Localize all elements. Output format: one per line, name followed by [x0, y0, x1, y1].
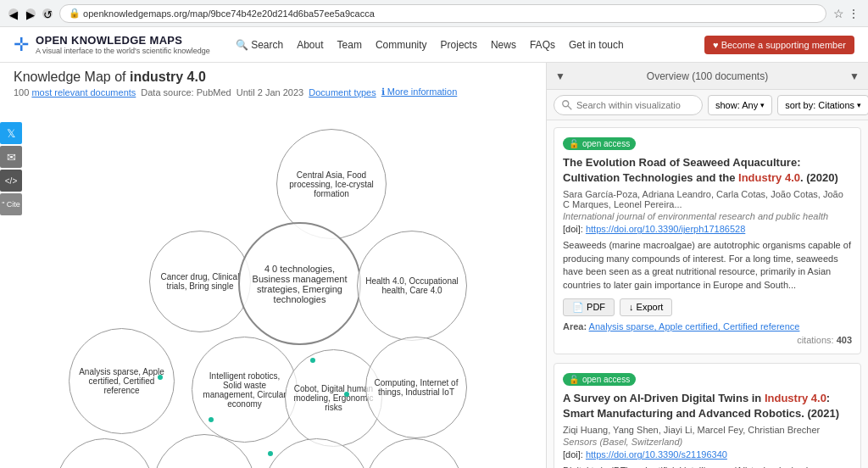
cite-button[interactable]: " Cite	[0, 193, 22, 215]
more-info-link[interactable]: ℹ More information	[381, 86, 458, 98]
nav-about[interactable]: About	[297, 39, 323, 51]
collapse-icon[interactable]: ▼	[555, 70, 565, 82]
nav-faqs[interactable]: FAQs	[530, 39, 555, 51]
open-access-badge: 🔓 open access	[563, 373, 636, 386]
social-sidebar: 𝕏 ✉ </> " Cite	[0, 122, 22, 215]
page-meta: 100 most relevant documents Data source:…	[14, 86, 532, 98]
embed-button[interactable]: </>	[0, 170, 22, 192]
title-highlight: Industry 4.0	[765, 392, 826, 404]
forward-btn[interactable]: ▶	[25, 8, 36, 19]
logo-title: OPEN KNOWLEDGE MAPS	[36, 34, 210, 47]
panel-controls: show: Any ▾ sort by: Citations ▾	[547, 90, 868, 120]
teal-dot	[268, 451, 273, 456]
knowledge-map[interactable]: Central Asia, Food processing, Ice-cryst…	[22, 120, 546, 468]
nav-contact[interactable]: Get in touch	[569, 39, 624, 51]
overview-label: Overview (100 documents)	[647, 70, 768, 82]
export-button[interactable]: ↓ Export	[620, 298, 672, 316]
document-types-link[interactable]: Document types	[309, 87, 376, 98]
teal-dot	[158, 375, 163, 380]
lock-open-icon: 🔓	[569, 139, 579, 148]
doc-authors: Ziqi Huang, Yang Shen, Jiayi Li, Marcel …	[563, 425, 852, 435]
open-access-badge: 🔓 open access	[563, 137, 636, 150]
browser-icons: ☆ ⋮	[833, 7, 860, 20]
sort-dropdown[interactable]: sort by: Citations ▾	[777, 95, 868, 115]
show-chevron-icon: ▾	[760, 101, 765, 109]
citations: citations: 403	[563, 335, 852, 345]
logo-sub: A visual interface to the world's scient…	[36, 47, 210, 55]
left-panel: Knowledge Map of industry 4.0 100 most r…	[0, 63, 546, 468]
doc-doi: [doi]: https://doi.org/10.3390/s21196340	[563, 449, 852, 460]
most-relevant-link[interactable]: most relevant documents	[31, 87, 136, 98]
doc-authors: Sara García-Poza, Adriana Leandro, Carla…	[563, 189, 852, 209]
logo-text: OPEN KNOWLEDGE MAPS A visual interface t…	[36, 34, 210, 55]
nav-community[interactable]: Community	[376, 39, 427, 51]
doc-title: A Survey on AI-Driven Digital Twins in I…	[563, 391, 852, 421]
document-item: 🔓 open access The Evolution Road of Seaw…	[554, 127, 861, 354]
nav-news[interactable]: News	[491, 39, 516, 51]
menu-icon[interactable]: ⋮	[848, 7, 860, 20]
url-bar[interactable]: 🔒 openknowledgemaps.org/map/9bce74b42e20…	[59, 4, 826, 23]
nav-search[interactable]: 🔍 Search	[236, 39, 283, 51]
page-layout: Knowledge Map of industry 4.0 100 most r…	[0, 63, 868, 468]
doi-link[interactable]: https://doi.org/10.3390/s21196340	[586, 449, 727, 460]
email-button[interactable]: ✉	[0, 146, 22, 168]
doi-link[interactable]: https://doi.org/10.3390/ijerph17186528	[586, 224, 745, 234]
map-circle-c2[interactable]: Cancer drug, Clinical trials, Bring sing…	[149, 231, 251, 332]
map-circle-c6[interactable]: Intelligent robotics, Solid waste manage…	[192, 337, 298, 443]
title-highlight: Industry 4.0	[738, 171, 800, 184]
doc-journal: Sensors (Basel, Switzerland)	[563, 437, 852, 447]
map-circle-c11[interactable]: EEG sensors, Manufacturing systems, Deep	[365, 438, 463, 468]
bookmark-icon[interactable]: ☆	[833, 7, 844, 20]
search-within-input[interactable]	[554, 95, 703, 115]
support-button[interactable]: ♥ Become a supporting member	[704, 36, 854, 54]
doc-abstract: Seaweeds (marine macroalgae) are autotro…	[563, 239, 852, 292]
right-panel: ▼ Overview (100 documents) ▼ show: Any ▾…	[546, 63, 868, 468]
area-links[interactable]: Analysis sparse, Apple certified, Certif…	[589, 321, 800, 332]
twitter-button[interactable]: 𝕏	[0, 122, 22, 144]
teal-dot	[209, 417, 214, 422]
pdf-button[interactable]: 📄 PDF	[563, 298, 615, 316]
map-circle-c10[interactable]: Pharmaceutical development, Pharmaceutic…	[264, 438, 370, 468]
lock-open-icon: 🔓	[569, 375, 579, 384]
page-title: Knowledge Map of industry 4.0	[14, 70, 532, 85]
map-circle-c8[interactable]: Computing, Internet of things, Industria…	[365, 337, 467, 438]
doc-journal: International journal of environmental r…	[563, 211, 852, 221]
top-nav: ✛ OPEN KNOWLEDGE MAPS A visual interface…	[0, 27, 868, 63]
doc-buttons: 📄 PDF ↓ Export	[563, 298, 852, 316]
teal-dot	[344, 392, 349, 397]
doc-abstract: Digital twin (DT) and artificial intelli…	[563, 465, 852, 468]
nav-links: 🔍 Search About Team Community Projects N…	[236, 39, 704, 51]
doc-title: The Evolution Road of Seaweed Aquacultur…	[563, 155, 852, 186]
page-header: Knowledge Map of industry 4.0 100 most r…	[0, 63, 546, 101]
show-dropdown[interactable]: show: Any ▾	[708, 95, 772, 115]
panel-top-bar: ▼ Overview (100 documents) ▼	[547, 63, 868, 90]
map-circle-c12[interactable]: Atkins diet, Azo dyes, Comparative study	[56, 438, 153, 468]
doc-doi: [doi]: https://doi.org/10.3390/ijerph171…	[563, 224, 852, 234]
logo-icon: ✛	[14, 34, 29, 56]
map-circle-c5[interactable]: Analysis sparse, Apple certified, Certif…	[69, 328, 175, 434]
refresh-btn[interactable]: ↺	[42, 8, 53, 19]
back-btn[interactable]: ◀	[8, 8, 19, 19]
nav-projects[interactable]: Projects	[441, 39, 477, 51]
logo-area: ✛ OPEN KNOWLEDGE MAPS A visual interface…	[14, 34, 210, 56]
teal-dot	[310, 358, 315, 363]
map-circle-c4[interactable]: Health 4.0, Occupational health, Care 4.…	[357, 231, 467, 341]
expand-icon[interactable]: ▼	[849, 70, 860, 82]
map-circle-c3[interactable]: 4 0 technologies, Business management st…	[238, 222, 361, 345]
document-list: 🔓 open access The Evolution Road of Seaw…	[547, 120, 868, 468]
browser-bar: ◀ ▶ ↺ 🔒 openknowledgemaps.org/map/9bce74…	[0, 0, 868, 27]
doc-area: Area: Analysis sparse, Apple certified, …	[563, 321, 852, 332]
nav-team[interactable]: Team	[337, 39, 362, 51]
document-item: 🔓 open access A Survey on AI-Driven Digi…	[554, 363, 861, 468]
sort-chevron-icon: ▾	[857, 101, 861, 109]
